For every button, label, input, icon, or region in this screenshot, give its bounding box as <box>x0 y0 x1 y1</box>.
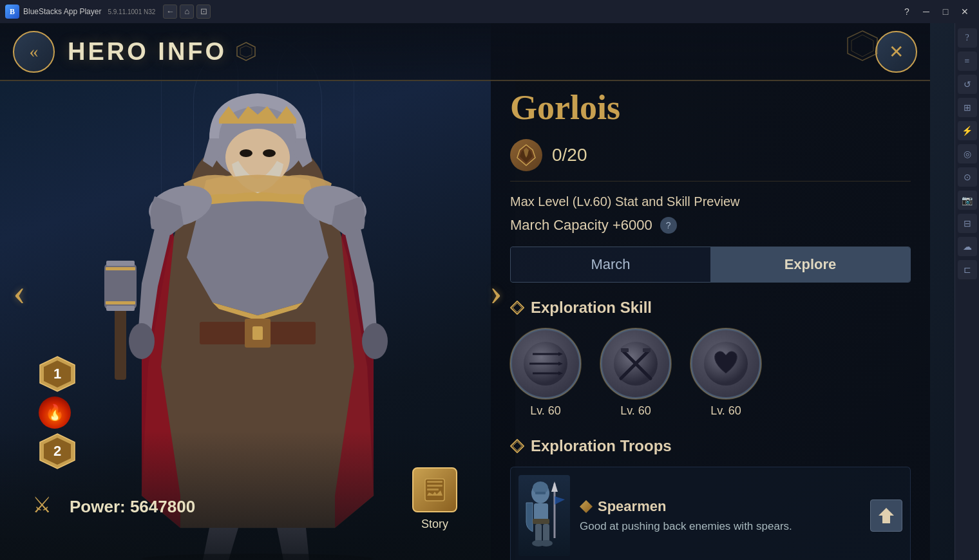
skill-item-1: Lv. 60 <box>510 328 581 418</box>
home-nav-button[interactable]: ⌂ <box>180 5 194 19</box>
app-name: BlueStacks App Player <box>23 7 101 16</box>
troop-description: Good at pushing back enemies with spears… <box>580 520 860 533</box>
help-button[interactable]: ? <box>660 217 677 234</box>
back-button[interactable]: « <box>13 31 55 73</box>
skill-circle-1[interactable] <box>510 328 581 399</box>
troop-info: Spearmen Good at pushing back enemies wi… <box>580 475 860 556</box>
svg-rect-44 <box>621 348 629 352</box>
explore-tab[interactable]: Explore <box>710 247 910 282</box>
svg-point-7 <box>240 149 252 157</box>
page-title: HERO INFO <box>68 38 227 66</box>
minimize-button[interactable]: ─ <box>917 5 935 19</box>
close-button[interactable]: ✕ <box>875 31 917 73</box>
svg-marker-36 <box>558 352 563 356</box>
right-panel: Gorlois 0/20 Max Level (Lv.60) Stat and … <box>491 23 930 560</box>
sidebar-refresh-icon[interactable]: ↺ <box>958 75 977 94</box>
exploration-skill-header: Exploration Skill <box>510 299 911 317</box>
march-capacity-text: March Capacity +6000 <box>510 217 652 234</box>
svg-marker-38 <box>558 362 563 366</box>
prev-hero-button[interactable]: ‹ <box>13 270 26 314</box>
sidebar-camera-icon[interactable]: 📷 <box>958 191 977 210</box>
svg-rect-18 <box>106 301 135 304</box>
skill-3-level: Lv. 60 <box>710 404 741 418</box>
svg-rect-53 <box>535 492 546 494</box>
skills-row: Lv. 60 <box>510 328 911 418</box>
svg-marker-28 <box>237 42 255 61</box>
shard-count: 0/20 <box>552 145 587 165</box>
skill-2-level: Lv. 60 <box>620 404 651 418</box>
tab-row: March Explore <box>510 247 911 283</box>
svg-rect-25 <box>427 481 442 483</box>
title-bar: B BlueStacks App Player 5.9.11.1001 N32 … <box>0 0 979 23</box>
svg-rect-56 <box>535 524 542 542</box>
back-nav-button[interactable]: ← <box>163 5 177 19</box>
sidebar-apps-icon[interactable]: ⊞ <box>958 98 977 117</box>
svg-marker-31 <box>851 35 873 57</box>
app-logo: B BlueStacks App Player 5.9.11.1001 N32 <box>5 5 155 19</box>
nav-buttons: ← ⌂ ⊡ <box>163 5 211 19</box>
skill-circle-3[interactable] <box>690 328 761 399</box>
hero-level-area: 1 🔥 2 <box>39 355 76 470</box>
troop-type-icon <box>580 500 593 513</box>
app-version: 5.9.11.1001 N32 <box>108 8 155 15</box>
skill-1-level: Lv. 60 <box>530 404 561 418</box>
sidebar-menu-icon[interactable]: ≡ <box>958 51 977 71</box>
svg-rect-15 <box>106 261 135 266</box>
svg-rect-16 <box>106 306 135 311</box>
spearman-figure <box>521 480 567 551</box>
help-button[interactable]: ? <box>898 5 916 19</box>
level-number-1: 1 <box>53 366 61 382</box>
back-icon: « <box>30 41 39 62</box>
hero-name: Gorlois <box>510 88 911 127</box>
maximize-button[interactable]: □ <box>936 5 955 19</box>
close-window-button[interactable]: ✕ <box>956 5 974 19</box>
svg-point-46 <box>704 342 748 386</box>
svg-point-12 <box>362 323 388 359</box>
story-icon <box>412 467 457 512</box>
diamond-deco-troops <box>510 439 524 453</box>
svg-marker-61 <box>879 508 894 523</box>
svg-point-41 <box>614 342 658 386</box>
march-tab[interactable]: March <box>511 247 710 282</box>
svg-rect-55 <box>533 519 549 524</box>
sidebar-power-icon[interactable]: ⚡ <box>958 121 977 140</box>
fire-icon: 🔥 <box>45 404 64 422</box>
svg-rect-3 <box>252 326 263 340</box>
svg-point-59 <box>540 540 553 546</box>
sidebar-cloud-icon[interactable]: ☁ <box>958 237 977 256</box>
skill-circle-2[interactable] <box>600 328 671 399</box>
svg-marker-60 <box>555 496 565 505</box>
story-button[interactable]: Story <box>406 463 464 534</box>
shard-icon <box>510 139 542 171</box>
svg-rect-13 <box>115 303 126 380</box>
svg-rect-45 <box>643 348 651 352</box>
power-display: ⚔ Power: 5647800 <box>32 492 195 521</box>
troops-section: Exploration Troops <box>510 437 911 560</box>
exploration-troops-title: Exploration Troops <box>531 437 672 455</box>
title-deco-1 <box>236 42 256 61</box>
level-number-2: 2 <box>53 443 61 460</box>
exploration-skill-title: Exploration Skill <box>531 299 652 317</box>
story-label: Story <box>421 518 448 531</box>
march-capacity-row: March Capacity +6000 ? <box>510 217 911 234</box>
sidebar-screen-icon[interactable]: ⊟ <box>958 214 977 233</box>
sidebar-help-icon[interactable]: ? <box>958 28 977 48</box>
right-sidebar: ? ≡ ↺ ⊞ ⚡ ◎ ⊙ 📷 ⊟ ☁ ⊏ <box>955 23 979 560</box>
troop-upgrade-button[interactable] <box>870 499 902 532</box>
svg-point-8 <box>263 149 276 157</box>
svg-rect-26 <box>427 485 442 487</box>
sidebar-extra-icon[interactable]: ⊏ <box>958 260 977 279</box>
troops-row: Spearmen Good at pushing back enemies wi… <box>510 467 911 560</box>
max-level-preview: Max Level (Lv.60) Stat and Skill Preview <box>510 194 911 209</box>
svg-rect-17 <box>106 267 135 270</box>
level-badge-2: 2 <box>39 433 76 470</box>
corner-deco-right <box>846 30 879 64</box>
svg-rect-57 <box>543 524 549 542</box>
sidebar-target-icon[interactable]: ◎ <box>958 144 977 163</box>
next-hero-button[interactable]: › <box>490 270 502 314</box>
svg-marker-30 <box>848 31 877 61</box>
element-badge: 🔥 <box>39 397 71 429</box>
sidebar-settings-icon[interactable]: ⊙ <box>958 167 977 187</box>
shards-row: 0/20 <box>510 139 911 182</box>
bookmark-nav-button[interactable]: ⊡ <box>196 5 211 19</box>
